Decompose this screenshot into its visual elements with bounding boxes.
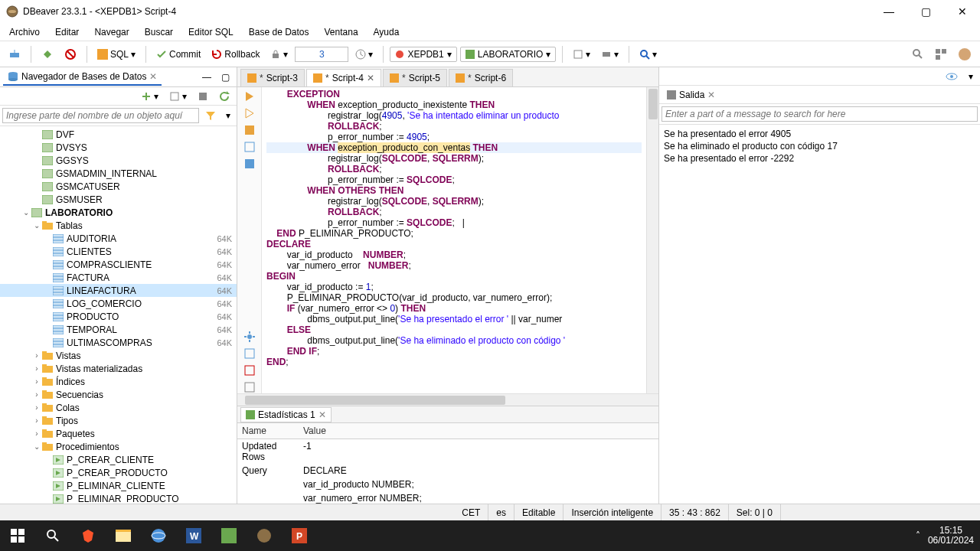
tree-item-factura[interactable]: FACTURA64K bbox=[0, 271, 237, 284]
gutter-icon-b2[interactable] bbox=[243, 364, 256, 377]
taskbar-app-green[interactable] bbox=[211, 520, 247, 551]
avatar-icon[interactable] bbox=[954, 45, 975, 64]
connection-selector[interactable]: XEPDB1 ▾ bbox=[390, 47, 456, 62]
menu-ventana[interactable]: Ventana bbox=[320, 25, 363, 39]
stats-grid[interactable]: Name Value Updated Rows-1QueryDECLARE va… bbox=[237, 423, 658, 504]
menu-buscar[interactable]: Buscar bbox=[140, 25, 178, 39]
menu-base de datos[interactable]: Base de Datos bbox=[244, 25, 314, 39]
gutter-icon-b1[interactable] bbox=[243, 347, 256, 360]
nav-action-1-icon[interactable]: ▾ bbox=[137, 89, 162, 104]
editor-tab[interactable]: * Script-6 bbox=[449, 69, 513, 86]
search-toolbar-icon[interactable] bbox=[908, 46, 928, 63]
perspective-icon[interactable] bbox=[931, 46, 951, 63]
tx-count-field[interactable]: 3 bbox=[295, 47, 348, 62]
editor-hscroll[interactable] bbox=[237, 393, 658, 406]
editor-tab[interactable]: * Script-3 bbox=[240, 69, 305, 86]
run-script-icon[interactable] bbox=[243, 107, 256, 119]
gutter-icon-4[interactable] bbox=[243, 141, 256, 153]
tx-lock-icon[interactable]: ▾ bbox=[266, 47, 292, 62]
menu-editar[interactable]: Editar bbox=[51, 25, 83, 39]
nav-refresh-icon[interactable] bbox=[215, 89, 234, 104]
toolbar-icon-2[interactable]: ▾ bbox=[597, 47, 622, 62]
filter-icon[interactable] bbox=[201, 108, 220, 123]
close-tab-icon[interactable]: ✕ bbox=[149, 71, 157, 82]
tree-item-ggsys[interactable]: GGSYS bbox=[0, 154, 237, 167]
taskbar-app-powerpoint[interactable]: P bbox=[282, 520, 317, 551]
db-tree[interactable]: DVFDVSYSGGSYSGSMADMIN_INTERNALGSMCATUSER… bbox=[0, 126, 237, 504]
maximize-panel-icon[interactable]: ▢ bbox=[217, 70, 234, 85]
sql-editor[interactable]: EXCEPTION WHEN exception_producto_inexis… bbox=[262, 87, 646, 369]
start-button[interactable] bbox=[0, 520, 35, 551]
nav-action-2-icon[interactable]: ▾ bbox=[165, 89, 191, 104]
gear-icon[interactable] bbox=[243, 331, 256, 343]
tree-item-p_eliminar_producto[interactable]: P_ELIMINAR_PRODUCTO bbox=[0, 492, 237, 504]
tray-chevron-icon[interactable]: ˄ bbox=[916, 530, 920, 541]
tree-item-vistas-materializadas[interactable]: ›Vistas materializadas bbox=[0, 362, 237, 375]
tree-item-tablas[interactable]: ⌄Tablas bbox=[0, 219, 237, 232]
output-eye-icon[interactable] bbox=[942, 70, 962, 83]
tree-item-temporal[interactable]: TEMPORAL64K bbox=[0, 323, 237, 336]
output-menu-icon[interactable]: ▾ bbox=[965, 69, 977, 84]
taskbar-search-icon[interactable] bbox=[35, 520, 70, 551]
stats-col-value[interactable]: Value bbox=[299, 423, 658, 439]
tree-item-procedimientos[interactable]: ⌄Procedimientos bbox=[0, 440, 237, 453]
minimize-button[interactable]: — bbox=[877, 5, 900, 18]
tree-item-p_crear_cliente[interactable]: P_CREAR_CLIENTE bbox=[0, 453, 237, 466]
tree-item-p_eliminar_cliente[interactable]: P_ELIMINAR_CLIENTE bbox=[0, 479, 237, 492]
tray-clock[interactable]: 15:15 06/01/2024 bbox=[928, 526, 974, 546]
tree-item-colas[interactable]: ›Colas bbox=[0, 401, 237, 414]
menu-navegar[interactable]: Navegar bbox=[90, 25, 133, 39]
nav-action-3-icon[interactable] bbox=[194, 89, 212, 104]
gutter-icon-b3[interactable] bbox=[243, 381, 256, 393]
tree-item-gsmcatuser[interactable]: GSMCATUSER bbox=[0, 180, 237, 193]
schema-selector[interactable]: LABORATORIO ▾ bbox=[460, 47, 557, 62]
connect-icon[interactable] bbox=[38, 46, 57, 63]
status-insert[interactable]: Inserción inteligente bbox=[564, 504, 662, 520]
output-body[interactable]: Se ha presentado el error 4905Se ha elim… bbox=[659, 125, 980, 504]
db-navigator-tab[interactable]: Navegador de Bases de Datos ✕ bbox=[3, 69, 162, 86]
tree-item-auditoria[interactable]: AUDITORIA64K bbox=[0, 232, 237, 245]
menu-archivo[interactable]: Archivo bbox=[5, 25, 44, 39]
toolbar-icon-1[interactable]: ▾ bbox=[569, 47, 594, 62]
tree-item-producto[interactable]: PRODUCTO64K bbox=[0, 310, 237, 323]
new-connection-icon[interactable] bbox=[5, 46, 24, 63]
gutter-icon-3[interactable] bbox=[243, 124, 256, 136]
minimize-panel-icon[interactable]: — bbox=[198, 70, 215, 85]
tree-item-vistas[interactable]: ›Vistas bbox=[0, 349, 237, 362]
filter-menu-icon[interactable]: ▾ bbox=[222, 108, 234, 123]
tree-item-dvsys[interactable]: DVSYS bbox=[0, 141, 237, 154]
taskbar-app-dbeaver[interactable] bbox=[247, 520, 282, 551]
stats-tab[interactable]: Estadísticas 1 ✕ bbox=[240, 407, 332, 422]
history-icon[interactable]: ▾ bbox=[351, 47, 377, 62]
tree-item-p_crear_producto[interactable]: P_CREAR_PRODUCTO bbox=[0, 466, 237, 479]
taskbar-app-word[interactable]: W bbox=[176, 520, 211, 551]
run-icon[interactable] bbox=[243, 90, 256, 103]
tree-item-gsmadmin_internal[interactable]: GSMADMIN_INTERNAL bbox=[0, 167, 237, 180]
taskbar-app-globe[interactable] bbox=[141, 520, 176, 551]
editor-tab[interactable]: * Script-5 bbox=[383, 69, 447, 86]
maximize-button[interactable]: ▢ bbox=[914, 5, 937, 18]
disconnect-icon[interactable] bbox=[60, 46, 80, 63]
nav-filter-input[interactable] bbox=[2, 108, 199, 123]
status-mode[interactable]: Editable bbox=[514, 504, 564, 520]
rollback-button[interactable]: Rollback bbox=[207, 47, 263, 62]
close-stats-icon[interactable]: ✕ bbox=[318, 409, 326, 420]
editor-vscroll[interactable] bbox=[646, 87, 658, 393]
gutter-icon-5[interactable] bbox=[243, 158, 256, 170]
tree-item-ultimascompras[interactable]: ULTIMASCOMPRAS64K bbox=[0, 336, 237, 349]
tree-item-dvf[interactable]: DVF bbox=[0, 128, 237, 141]
tree-item-comprascliente[interactable]: COMPRASCLIENTE64K bbox=[0, 258, 237, 271]
commit-button[interactable]: Commit bbox=[152, 47, 204, 62]
tree-item-paquetes[interactable]: ›Paquetes bbox=[0, 427, 237, 440]
taskbar-app-explorer[interactable] bbox=[106, 520, 141, 551]
menu-editor sql[interactable]: Editor SQL bbox=[184, 25, 238, 39]
tree-item-lineafactura[interactable]: LINEAFACTURA64K bbox=[0, 284, 237, 297]
output-tab[interactable]: Salida ✕ bbox=[662, 88, 720, 102]
taskbar-app-brave[interactable] bbox=[70, 520, 106, 551]
tree-item-secuencias[interactable]: ›Secuencias bbox=[0, 388, 237, 401]
close-window-button[interactable]: ✕ bbox=[951, 5, 974, 18]
search-icon[interactable]: ▾ bbox=[635, 47, 661, 62]
sql-editor-button[interactable]: SQL ▾ bbox=[93, 47, 139, 62]
editor-tab[interactable]: * Script-4✕ bbox=[306, 69, 381, 86]
tree-item-gsmuser[interactable]: GSMUSER bbox=[0, 193, 237, 206]
